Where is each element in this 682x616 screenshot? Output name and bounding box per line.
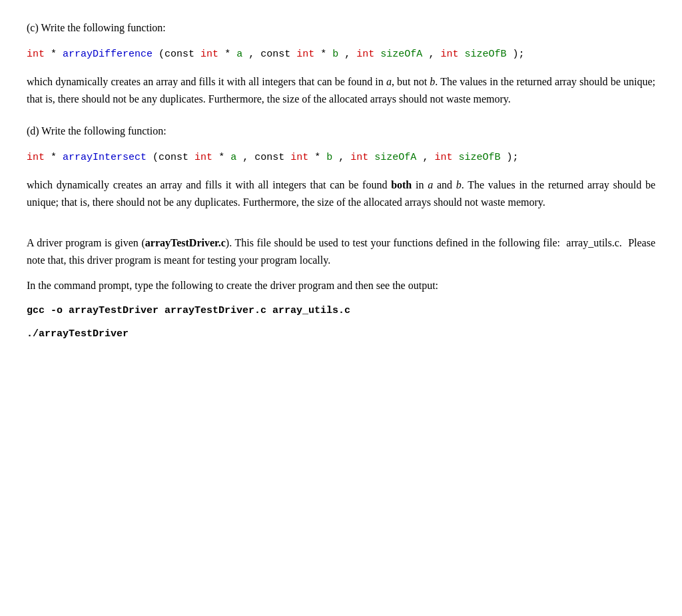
italic-b-1: b (430, 76, 435, 87)
command-1: gcc -o arrayTestDriver arrayTestDriver.c… (27, 302, 655, 320)
comma-4: , const (242, 152, 290, 163)
italic-a-1: a (386, 76, 392, 87)
comma-5: , (338, 152, 350, 163)
keyword-int-7: int (194, 152, 212, 163)
section-c: (c) Write the following function: int * … (27, 20, 655, 107)
keyword-int-4: int (356, 49, 374, 60)
keyword-int-5: int (440, 49, 458, 60)
star-a-2: * (218, 152, 224, 163)
driver-paragraph-1: A driver program is given (arrayTestDriv… (27, 234, 655, 268)
comma-3: , (428, 49, 440, 60)
paren-close-2: ); (506, 152, 518, 163)
star-b-2: * (314, 152, 320, 163)
star-b: * (320, 49, 326, 60)
paren-close-1: ); (512, 49, 524, 60)
comma-1: , const (248, 49, 296, 60)
keyword-int-9: int (350, 152, 368, 163)
func-name-arraydifference: arrayDifference (63, 49, 153, 60)
keyword-int-2: int (200, 49, 218, 60)
page: (c) Write the following function: int * … (27, 20, 655, 343)
keyword-int-3: int (296, 49, 314, 60)
comma-2: , (344, 49, 356, 60)
keyword-int-1: int (27, 49, 45, 60)
star-a: * (224, 49, 230, 60)
param-sizeofb-1: sizeOfB (464, 49, 506, 60)
italic-a-2: a (428, 179, 433, 190)
section-d-header: (d) Write the following function: (27, 123, 655, 139)
command-2: ./arrayTestDriver (27, 325, 655, 343)
pointer-star-2: * (51, 152, 63, 163)
section-c-code: int * arrayDifference (const int * a , c… (27, 47, 655, 63)
param-sizeofa-1: sizeOfA (380, 49, 422, 60)
section-d: (d) Write the following function: int * … (27, 123, 655, 210)
param-a-1: a (236, 49, 242, 60)
section-d-code: int * arrayIntersect (const int * a , co… (27, 150, 655, 166)
keyword-int-8: int (290, 152, 308, 163)
driver-section: A driver program is given (arrayTestDriv… (27, 234, 655, 343)
param-b-1: b (332, 49, 338, 60)
bold-arraytestdriver: arrayTestDriver.c (145, 237, 226, 248)
func-name-arrayintersect: arrayIntersect (63, 152, 147, 163)
italic-b-2: b (456, 179, 462, 190)
section-d-paragraph: which dynamically creates an array and f… (27, 176, 655, 210)
driver-paragraph-2: In the command prompt, type the followin… (27, 277, 655, 294)
param-a-2: a (230, 152, 236, 163)
section-c-header: (c) Write the following function: (27, 20, 655, 36)
section-c-paragraph: which dynamically creates an array and f… (27, 73, 655, 107)
comma-6: , (422, 152, 434, 163)
keyword-int-6: int (27, 152, 45, 163)
param-sizeofa-2: sizeOfA (374, 152, 416, 163)
param-b-2: b (326, 152, 332, 163)
pointer-star-1: * (51, 49, 63, 60)
paren-open-1: (const (159, 49, 200, 60)
bold-both: both (391, 179, 412, 190)
keyword-int-10: int (434, 152, 452, 163)
param-sizeofb-2: sizeOfB (458, 152, 500, 163)
paren-open-2: (const (153, 152, 194, 163)
